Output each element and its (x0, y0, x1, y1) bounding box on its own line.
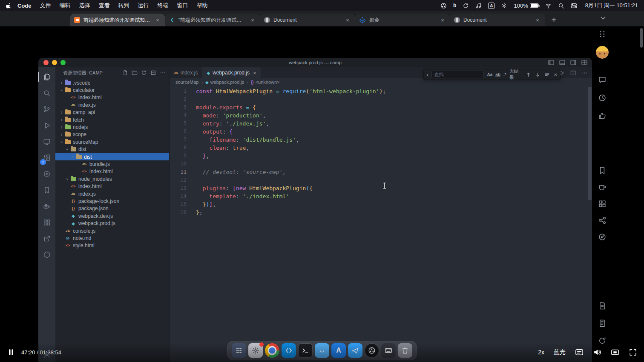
spotlight-icon[interactable] (558, 3, 564, 9)
tab-close-icon[interactable]: × (344, 17, 351, 23)
apps-grid-icon[interactable] (598, 200, 607, 208)
tab-close-icon[interactable]: × (154, 17, 161, 23)
new-tab-button[interactable] (548, 14, 560, 26)
activitybar-search-icon[interactable] (38, 85, 55, 101)
history-icon[interactable] (598, 94, 607, 102)
input-source-icon[interactable]: A (488, 3, 494, 9)
tree-item[interactable]: Mnote.md (55, 234, 169, 242)
whole-word-toggle[interactable]: ab (495, 72, 500, 77)
editor-tab[interactable]: JSindex.js (170, 67, 202, 78)
tab-close-icon[interactable]: × (439, 17, 446, 23)
activitybar-remote-icon[interactable] (38, 134, 55, 150)
wifi-icon[interactable] (545, 3, 552, 9)
activitybar-test-icon[interactable] (38, 166, 55, 182)
zoom-window-button[interactable] (60, 60, 66, 65)
split-editor-icon[interactable] (570, 70, 576, 76)
tree-item[interactable]: ›dist (55, 146, 169, 153)
menubar-menu[interactable]: 编辑 (60, 2, 71, 9)
tree-item[interactable]: {}package-lock.json (55, 197, 169, 205)
apple-menu-icon[interactable] (6, 3, 12, 9)
tree-item[interactable]: ◆webpack.dev.js (55, 212, 169, 219)
menubar-menu[interactable]: 窗口 (177, 2, 188, 9)
find-expand-chevron-icon[interactable]: › (427, 72, 428, 77)
tree-item[interactable]: ›node_modules (55, 175, 169, 182)
menubar-menu[interactable]: 运行 (138, 2, 149, 9)
control-center-icon[interactable] (571, 3, 577, 9)
bluetooth-icon[interactable] (501, 3, 507, 9)
browser-tab[interactable]: 前端必须知道的开发调试知识.pp× (70, 14, 165, 26)
menubar-clock[interactable]: 8月1日 周一 10:51:21 (585, 2, 638, 9)
bilibili-icon[interactable]: b (453, 3, 456, 9)
activitybar-kubernetes-icon[interactable] (38, 247, 55, 263)
obs-icon[interactable] (440, 3, 447, 9)
browser-tab[interactable]: “前端必须知道的开发调试知识…× (165, 14, 260, 26)
tree-item[interactable]: <>index.html (55, 94, 169, 101)
report-icon[interactable] (598, 319, 607, 328)
menubar-menu[interactable]: 文件 (40, 2, 51, 9)
tree-item[interactable]: JSindex.js (55, 190, 169, 197)
layout-grid-icon[interactable] (581, 59, 588, 66)
compass-icon[interactable] (598, 233, 607, 241)
active-app-name[interactable]: Code (17, 3, 32, 9)
find-previous-icon[interactable] (526, 72, 531, 77)
tab-close-icon[interactable]: × (534, 17, 541, 23)
music-icon[interactable] (475, 3, 482, 9)
menubar-menu[interactable]: 转到 (118, 2, 129, 9)
find-input[interactable]: 查找 (431, 71, 484, 78)
activitybar-extensions-icon[interactable]: 1 (38, 150, 55, 166)
find-close-icon[interactable]: × (554, 71, 557, 78)
collapse-all-icon[interactable] (150, 70, 156, 76)
bookmark-icon[interactable] (598, 166, 607, 175)
breadcrumb-item[interactable]: {}<unknown> (251, 80, 280, 85)
activitybar-explorer-icon[interactable] (38, 69, 55, 85)
browser-tab[interactable]: Document× (260, 14, 355, 26)
tree-item[interactable]: ›scope (55, 131, 169, 138)
page-scrollbar[interactable] (640, 28, 643, 48)
minimize-window-button[interactable] (52, 60, 57, 65)
refresh-icon[interactable] (141, 70, 147, 76)
activitybar-docker-icon[interactable] (38, 198, 55, 214)
find-next-icon[interactable] (535, 72, 540, 77)
activitybar-source-control-icon[interactable] (38, 101, 55, 117)
fullscreen-icon[interactable] (629, 348, 637, 356)
coffee-icon[interactable] (598, 183, 607, 191)
new-folder-icon[interactable] (132, 70, 138, 76)
more-icon[interactable] (581, 70, 588, 76)
mascot-sticker[interactable] (596, 46, 609, 59)
tree-item[interactable]: <>index.html (55, 182, 169, 190)
widescreen-icon[interactable] (611, 348, 619, 356)
menubar-menu[interactable]: 查看 (99, 2, 110, 9)
tree-item[interactable]: ◆webpack.prod.js (55, 219, 169, 227)
activitybar-apps-grid-icon[interactable] (38, 214, 55, 231)
match-case-toggle[interactable]: Aa (487, 72, 492, 77)
tree-item[interactable]: <>index.html (55, 168, 169, 175)
tree-item[interactable]: <>style.html (55, 242, 169, 249)
tree-item[interactable]: ›fetch (55, 116, 169, 123)
tree-item[interactable]: JSbundle.js (55, 160, 169, 168)
danmaku-icon[interactable] (575, 348, 584, 356)
tab-close-icon[interactable]: × (249, 17, 256, 23)
new-file-icon[interactable] (122, 70, 128, 76)
close-window-button[interactable] (43, 60, 49, 65)
like-icon[interactable] (598, 111, 607, 120)
browser-tab[interactable]: Document× (450, 14, 545, 26)
doc-icon[interactable] (598, 302, 607, 310)
tree-item[interactable]: JSindex.js (55, 101, 169, 108)
speed-button[interactable]: 2x (538, 349, 544, 356)
tree-item[interactable]: ›camp_api (55, 109, 169, 116)
battery-indicator[interactable]: 100% (514, 3, 538, 9)
sync-icon[interactable] (463, 3, 469, 9)
regex-toggle[interactable]: .* (503, 72, 506, 77)
layout-sidebar-left-icon[interactable] (548, 59, 555, 66)
comment-icon[interactable] (598, 76, 607, 84)
pause-button[interactable] (7, 348, 15, 356)
tab-close-icon[interactable]: × (253, 70, 256, 76)
activitybar-share-icon[interactable] (38, 231, 55, 247)
tree-item[interactable]: ›sourceMap (55, 138, 169, 145)
editor-tab[interactable]: ◆webpack.prod.js× (202, 67, 261, 78)
activitybar-debug-icon[interactable] (38, 117, 55, 134)
tab-search-chevron-icon[interactable] (600, 14, 607, 21)
tree-item[interactable]: ›calculator (55, 86, 169, 94)
tree-item[interactable]: ›nodejs (55, 123, 169, 131)
browser-tab[interactable]: 掘金× (355, 14, 450, 26)
